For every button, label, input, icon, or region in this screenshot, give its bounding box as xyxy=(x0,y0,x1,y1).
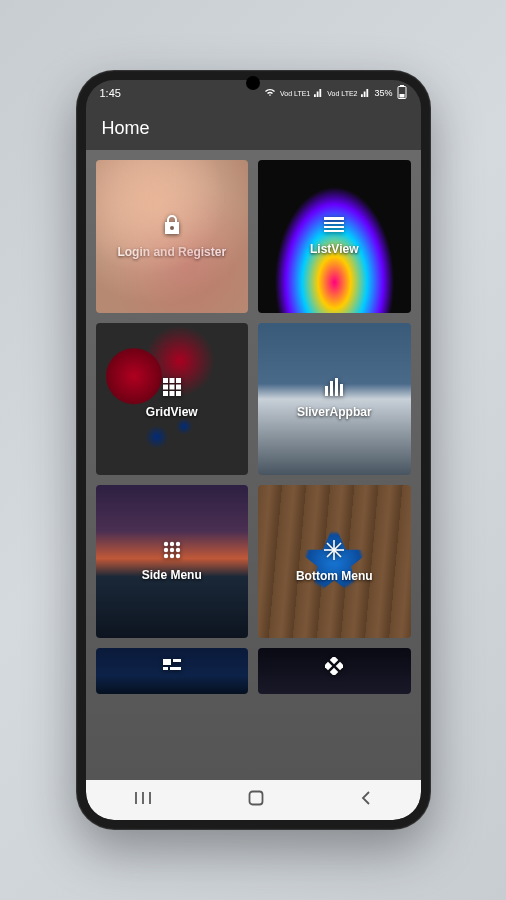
tile-label: Side Menu xyxy=(136,568,208,582)
svg-rect-16 xyxy=(325,386,328,396)
svg-rect-3 xyxy=(324,217,344,220)
tile-grid: Login and Register ListView GridView xyxy=(96,160,411,694)
status-time: 1:45 xyxy=(100,87,121,99)
tile-listview[interactable]: ListView xyxy=(258,160,411,313)
wifi-icon xyxy=(264,87,276,99)
svg-point-21 xyxy=(170,542,174,546)
app-bar: Home xyxy=(86,106,421,150)
recents-button[interactable] xyxy=(134,791,152,809)
sim2-label: Vod LTE2 xyxy=(327,90,357,97)
svg-rect-4 xyxy=(324,222,344,224)
battery-icon xyxy=(397,85,407,101)
content-area[interactable]: Login and Register ListView GridView xyxy=(86,150,421,780)
list-icon xyxy=(324,217,344,236)
svg-rect-34 xyxy=(173,659,181,662)
svg-point-23 xyxy=(164,548,168,552)
svg-rect-9 xyxy=(176,378,181,383)
home-button[interactable] xyxy=(248,790,264,810)
screen: 1:45 Vod LTE1 Vod LTE2 35% Ho xyxy=(86,80,421,820)
svg-rect-39 xyxy=(336,662,343,670)
svg-rect-14 xyxy=(169,391,174,396)
sim1-label: Vod LTE1 xyxy=(280,90,310,97)
tile-label: ListView xyxy=(304,242,364,256)
tile-gridview[interactable]: GridView xyxy=(96,323,249,476)
diamonds-icon xyxy=(325,657,343,678)
tile-label: Login and Register xyxy=(111,245,232,259)
apps-icon xyxy=(163,541,181,562)
signal1-icon xyxy=(314,88,323,99)
tile-side-menu[interactable]: Side Menu xyxy=(96,485,249,638)
navigation-bar xyxy=(86,780,421,820)
svg-point-24 xyxy=(170,548,174,552)
svg-point-20 xyxy=(164,542,168,546)
status-indicators: Vod LTE1 Vod LTE2 35% xyxy=(264,85,406,101)
svg-rect-10 xyxy=(163,385,168,390)
svg-rect-13 xyxy=(163,391,168,396)
snowflake-icon xyxy=(324,540,344,563)
bars-icon xyxy=(324,378,344,399)
page-title: Home xyxy=(102,118,150,139)
svg-rect-18 xyxy=(335,378,338,396)
svg-rect-11 xyxy=(169,385,174,390)
back-button[interactable] xyxy=(360,790,372,810)
svg-rect-5 xyxy=(324,226,344,228)
tile-label: SliverAppbar xyxy=(291,405,378,419)
svg-rect-36 xyxy=(170,667,181,670)
tile-bottom-menu[interactable]: Bottom Menu xyxy=(258,485,411,638)
grid-icon xyxy=(163,378,181,399)
svg-rect-33 xyxy=(163,659,171,665)
svg-rect-2 xyxy=(399,94,404,98)
tile-sliverappbar[interactable]: SliverAppbar xyxy=(258,323,411,476)
svg-rect-44 xyxy=(249,792,262,805)
camera-notch xyxy=(246,76,260,90)
svg-rect-15 xyxy=(176,391,181,396)
svg-rect-37 xyxy=(330,657,338,664)
svg-rect-6 xyxy=(324,230,344,232)
dashboard-icon xyxy=(163,659,181,676)
svg-rect-12 xyxy=(176,385,181,390)
svg-rect-38 xyxy=(325,662,332,670)
phone-frame: 1:45 Vod LTE1 Vod LTE2 35% Ho xyxy=(76,70,431,830)
tile-label: GridView xyxy=(140,405,204,419)
svg-point-22 xyxy=(176,542,180,546)
svg-point-28 xyxy=(176,554,180,558)
lock-icon xyxy=(162,214,182,239)
tile-label: Bottom Menu xyxy=(290,569,379,583)
svg-rect-7 xyxy=(163,378,168,383)
svg-rect-35 xyxy=(163,667,168,670)
battery-text: 35% xyxy=(374,88,392,98)
svg-point-26 xyxy=(164,554,168,558)
tile-extra-1[interactable] xyxy=(96,648,249,694)
tile-extra-2[interactable] xyxy=(258,648,411,694)
svg-rect-19 xyxy=(340,384,343,396)
svg-rect-17 xyxy=(330,381,333,396)
tile-login-register[interactable]: Login and Register xyxy=(96,160,249,313)
svg-point-27 xyxy=(170,554,174,558)
svg-rect-40 xyxy=(330,668,338,675)
signal2-icon xyxy=(361,88,370,99)
svg-point-25 xyxy=(176,548,180,552)
svg-rect-8 xyxy=(169,378,174,383)
